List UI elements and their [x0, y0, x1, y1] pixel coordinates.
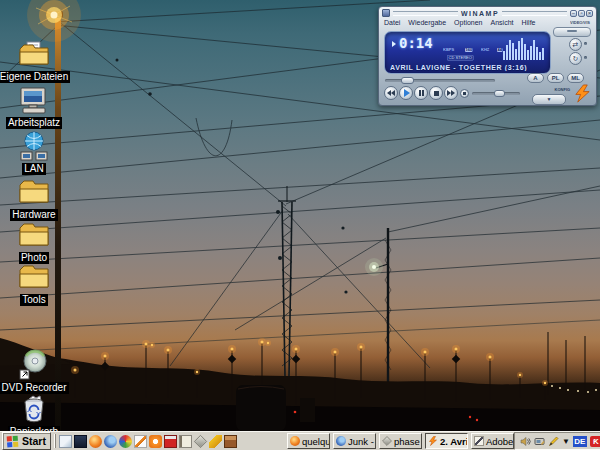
- folder-icon: [18, 219, 50, 251]
- network-icon: [18, 130, 50, 162]
- playlist-button[interactable]: PL: [547, 73, 564, 83]
- repeat-indicator: [584, 56, 587, 59]
- next-button[interactable]: [444, 86, 458, 100]
- track-time[interactable]: 0:14: [399, 35, 433, 51]
- spectrum-analyzer: [503, 36, 545, 60]
- play-indicator-icon: [392, 41, 396, 47]
- web-browser-icon[interactable]: [104, 435, 117, 448]
- desktop-icon-dvd-recorder[interactable]: DVD Recorder: [2, 349, 66, 394]
- start-label: Start: [22, 435, 46, 447]
- mail-icon: [336, 436, 346, 446]
- task-junk-mail[interactable]: Junk - M...: [333, 433, 376, 449]
- wire-insulators: [116, 59, 348, 294]
- phase5-icon: [382, 436, 392, 446]
- floodlight-mast: [365, 228, 391, 402]
- phase5-icon[interactable]: [194, 434, 207, 447]
- winamp-flame-icon[interactable]: [573, 84, 592, 103]
- volume-thumb[interactable]: [494, 90, 505, 97]
- desktop-icon-hardware[interactable]: Hardware: [2, 176, 66, 221]
- messenger-icon[interactable]: [119, 435, 132, 448]
- video-vis-toggle[interactable]: [553, 27, 591, 37]
- desktop-icon-lan[interactable]: LAN: [2, 130, 66, 175]
- dvd-disc-icon: [18, 349, 50, 381]
- task-label: quelque ...: [302, 436, 330, 447]
- shuffle-button[interactable]: ⇄: [569, 38, 582, 51]
- document-icon[interactable]: [179, 435, 192, 448]
- winamp-window: WINAMP − ▫ × Datei Wiedergabe Optionen A…: [378, 6, 597, 106]
- red-app-icon[interactable]: Ƙ: [590, 436, 600, 447]
- volume-icon[interactable]: [520, 436, 531, 447]
- shuffle-indicator: [584, 42, 587, 45]
- previous-button[interactable]: [384, 86, 398, 100]
- play-button[interactable]: [399, 86, 413, 100]
- task-label: Adobe P...: [486, 436, 514, 447]
- media-player-icon[interactable]: [74, 435, 87, 448]
- firefox-icon[interactable]: [89, 435, 102, 448]
- menu-ansicht[interactable]: Ansicht: [491, 19, 514, 26]
- winamp-menubar: Datei Wiedergabe Optionen Ansicht Hilfe: [379, 18, 596, 26]
- winamp-display[interactable]: 0:14 KBPS160KHZ44EQ CD STEREO AVRIL LAVI…: [384, 31, 551, 74]
- menu-hilfe[interactable]: Hilfe: [521, 19, 535, 26]
- computer-icon: [18, 84, 50, 116]
- adobe-icon: [474, 436, 484, 446]
- pen-tool-icon[interactable]: [134, 435, 147, 448]
- titlebar-ridge: [393, 11, 458, 16]
- volume-slider[interactable]: [472, 90, 520, 98]
- keyboard-layout-badge[interactable]: DE: [573, 436, 587, 447]
- desktop-icon-photo[interactable]: Photo: [2, 219, 66, 264]
- quick-launch-bar: [59, 435, 237, 448]
- task-winamp-avril[interactable]: 2. Avril ...: [425, 433, 468, 449]
- menu-datei[interactable]: Datei: [384, 19, 400, 26]
- recycle-bin-icon: [18, 393, 50, 425]
- close-button[interactable]: ×: [586, 10, 593, 17]
- repeat-button[interactable]: ↻: [569, 52, 582, 65]
- video-vis-label: VIDEO/VIS: [570, 20, 590, 25]
- folder-icon: [18, 176, 50, 208]
- task-phase5[interactable]: phase 5.3: [379, 433, 422, 449]
- desktop-icon-arbeitsplatz[interactable]: Arbeitsplatz: [2, 84, 66, 129]
- start-button[interactable]: Start: [2, 432, 51, 450]
- track-title: AVRIL LAVIGNE - TOGETHER (3:16): [390, 64, 548, 71]
- save-disk-icon[interactable]: [164, 435, 177, 448]
- folder-icon: [18, 261, 50, 293]
- shade-button[interactable]: ▫: [578, 10, 585, 17]
- minimize-button[interactable]: −: [570, 10, 577, 17]
- stereo-badge: CD STEREO: [447, 55, 473, 61]
- toolbar-grip[interactable]: [54, 434, 56, 448]
- pause-button[interactable]: [414, 86, 428, 100]
- firefox-icon: [290, 436, 300, 446]
- task-quelque[interactable]: quelque ...: [287, 433, 330, 449]
- task-adobe[interactable]: Adobe P...: [471, 433, 514, 449]
- seek-thumb[interactable]: [401, 77, 414, 84]
- utility-icon[interactable]: [534, 436, 545, 447]
- task-buttons: quelque ... Junk - M... phase 5.3 2. Avr…: [287, 433, 514, 449]
- titlebar-ridge: [502, 11, 567, 16]
- task-label: Junk - M...: [348, 436, 376, 447]
- menu-optionen[interactable]: Optionen: [454, 19, 482, 26]
- task-label: phase 5.3: [394, 436, 422, 447]
- desktop-icon-eigene-dateien[interactable]: Eigene Dateien: [2, 38, 66, 83]
- media-library-button[interactable]: ML: [567, 73, 584, 83]
- desktop-icon-label: LAN: [22, 163, 45, 175]
- desktop-icon-label: Tools: [20, 294, 47, 306]
- seek-slider[interactable]: [385, 77, 495, 85]
- desktop-icon-tools[interactable]: Tools: [2, 261, 66, 306]
- winamp-title: WINAMP: [461, 10, 499, 17]
- pencil-icon[interactable]: [548, 436, 559, 447]
- collapse-arrow-icon[interactable]: ▼: [562, 436, 570, 447]
- stop-button[interactable]: [429, 86, 443, 100]
- konfig-dropdown-button[interactable]: ▼: [532, 94, 566, 105]
- a-button[interactable]: A: [527, 73, 544, 83]
- menu-wiedergabe[interactable]: Wiedergabe: [408, 19, 446, 26]
- package-icon[interactable]: [224, 435, 237, 448]
- desktop-icon-label: Eigene Dateien: [0, 71, 70, 83]
- desktop-icon-label: Arbeitsplatz: [6, 117, 62, 129]
- winamp-system-menu-icon[interactable]: [382, 9, 390, 17]
- winamp-titlebar[interactable]: WINAMP − ▫ ×: [379, 7, 596, 18]
- mute-button[interactable]: [460, 89, 469, 98]
- quicktime-icon[interactable]: [149, 435, 162, 448]
- show-desktop-icon[interactable]: [59, 435, 72, 448]
- task-label: 2. Avril ...: [440, 436, 468, 447]
- system-tray: ▼ DE Ƙ 08:29: [514, 432, 600, 450]
- pencil-icon[interactable]: [209, 435, 222, 448]
